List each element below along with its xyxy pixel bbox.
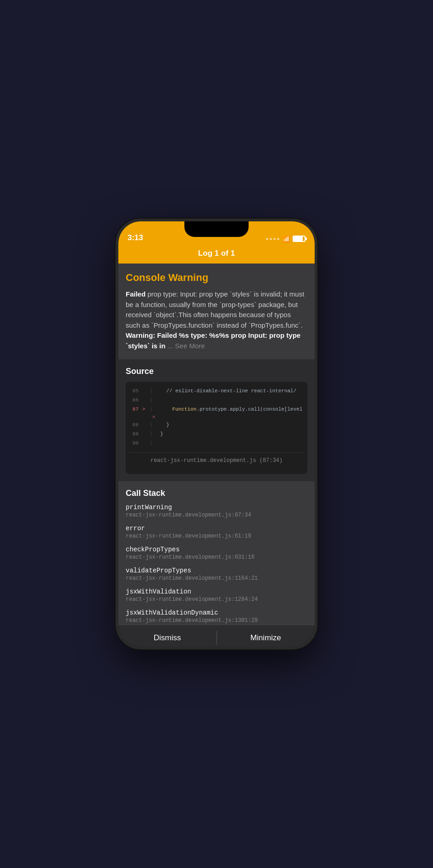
warning-section: Console Warning Failed prop type: Input:…: [118, 264, 315, 359]
minimize-button[interactable]: Minimize: [217, 626, 315, 650]
code-block: 85 | // eslint-disable-next-line react-i…: [126, 382, 307, 474]
callstack-location-0: react-jsx-runtime.development.js:87:34: [126, 512, 307, 518]
warning-title: Console Warning: [126, 272, 307, 284]
callstack-item-jsxWithValidation: jsxWithValidation react-jsx-runtime.deve…: [126, 588, 307, 603]
callstack-location-5: react-jsx-runtime.development.js:1301:29: [126, 617, 307, 624]
code-line-86: 86 |: [129, 396, 304, 406]
callstack-item-checkPropTypes: checkPropTypes react-jsx-runtime.develop…: [126, 546, 307, 560]
callstack-section: Call Stack printWarning react-jsx-runtim…: [118, 481, 315, 625]
warning-bold-failed: Failed: [126, 290, 145, 298]
dismiss-button[interactable]: Dismiss: [118, 626, 216, 650]
code-line-87: 87 > | Function.prototype.apply.call(con…: [129, 406, 304, 415]
callstack-title: Call Stack: [126, 489, 307, 498]
source-title: Source: [126, 367, 307, 376]
warning-see-more[interactable]: ... See More: [167, 342, 205, 350]
callstack-function-1: error: [126, 525, 307, 532]
code-line-90: 90 |: [129, 439, 304, 449]
status-icons: 📶: [266, 235, 305, 242]
callstack-location-1: react-jsx-runtime.development.js:61:19: [126, 533, 307, 539]
callstack-location-3: react-jsx-runtime.development.js:1164:21: [126, 575, 307, 582]
code-error-indicator: ^: [129, 415, 304, 421]
bottom-bar: Dismiss Minimize: [118, 625, 315, 649]
callstack-item-printWarning: printWarning react-jsx-runtime.developme…: [126, 504, 307, 518]
warning-bold-warning: Warning: Failed %s type: %s%s prop Input…: [126, 331, 300, 350]
header-title: Log 1 of 1: [198, 249, 235, 258]
callstack-function-2: checkPropTypes: [126, 546, 307, 553]
callstack-item-jsxWithValidationDynamic: jsxWithValidationDynamic react-jsx-runti…: [126, 609, 307, 624]
code-line-85: 85 | // eslint-disable-next-line react-i…: [129, 387, 304, 396]
signal-dots-icon: [266, 238, 279, 240]
header-bar: Log 1 of 1: [118, 245, 315, 264]
callstack-location-4: react-jsx-runtime.development.js:1284:24: [126, 596, 307, 603]
warning-text: Failed prop type: Input: prop type `styl…: [126, 289, 307, 351]
callstack-item-validatePropTypes: validatePropTypes react-jsx-runtime.deve…: [126, 567, 307, 582]
callstack-function-5: jsxWithValidationDynamic: [126, 609, 307, 616]
battery-icon: [293, 236, 305, 242]
wifi-icon: 📶: [282, 235, 290, 242]
callstack-function-4: jsxWithValidation: [126, 588, 307, 595]
status-bar: 3:13 📶: [118, 221, 315, 245]
phone-frame: 3:13 📶 Log 1 of 1 Console Warning Failed…: [116, 219, 317, 649]
callstack-location-2: react-jsx-runtime.development.js:631:16: [126, 554, 307, 560]
code-line-89: 89 | }: [129, 430, 304, 439]
code-file-reference: react-jsx-runtime.development.js (87:34): [129, 452, 304, 468]
warning-text-body: prop type: Input: prop type `styles` is …: [126, 290, 304, 329]
callstack-function-0: printWarning: [126, 504, 307, 511]
code-line-88: 88 | }: [129, 421, 304, 430]
source-section: Source 85 | // eslint-disable-next-line …: [118, 359, 315, 481]
content-area[interactable]: Console Warning Failed prop type: Input:…: [118, 264, 315, 625]
callstack-item-error: error react-jsx-runtime.development.js:6…: [126, 525, 307, 539]
status-time: 3:13: [128, 233, 143, 242]
callstack-function-3: validatePropTypes: [126, 567, 307, 574]
